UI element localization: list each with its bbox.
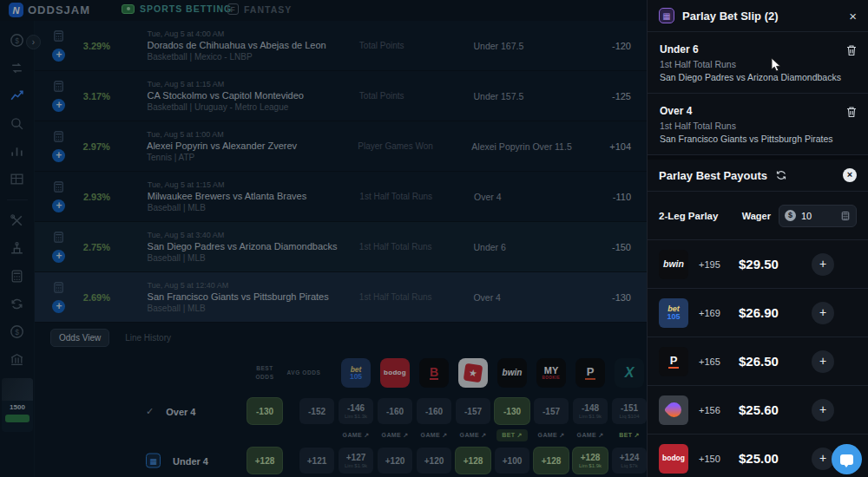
screen-grid-icon[interactable] xyxy=(10,172,24,186)
opportunity-row[interactable]: + 3.29% Tue, Aug 5 at 4:00 AM Dorados de… xyxy=(35,21,647,71)
add-to-book-button[interactable]: + xyxy=(812,253,834,276)
odds-cell-best[interactable]: +128 xyxy=(534,448,569,474)
add-bet-icon[interactable]: + xyxy=(52,300,65,313)
star-sportsbook-logo[interactable]: ★ xyxy=(458,358,488,388)
market-name: 1st Half Total Runs xyxy=(359,192,474,201)
calculator-icon[interactable] xyxy=(52,180,65,193)
calculator-icon[interactable] xyxy=(52,281,65,294)
stats-icon[interactable] xyxy=(10,144,24,159)
odds-cell[interactable]: -157 xyxy=(456,398,490,424)
event-league: Tennis | ATP xyxy=(147,153,358,162)
odds-cell[interactable]: -157 xyxy=(534,398,569,424)
bet-link[interactable]: BET xyxy=(619,432,639,439)
sidebar: $ $ 1500 xyxy=(0,21,35,477)
add-bet-icon[interactable]: + xyxy=(52,49,65,62)
comet-sportsbook-logo xyxy=(659,395,688,425)
add-to-book-button[interactable]: + xyxy=(812,302,834,324)
add-bet-icon[interactable]: + xyxy=(52,99,65,112)
payout-amount: $25.00 xyxy=(739,451,801,466)
odds-search-icon[interactable] xyxy=(10,116,24,131)
odds-cell[interactable]: -146Lim $1.3k xyxy=(339,398,373,424)
game-link[interactable]: GAME xyxy=(460,432,487,439)
event-matchup: CA Stockolmo vs Capitol Montevideo xyxy=(148,90,359,101)
chat-button[interactable] xyxy=(832,444,862,474)
positive-ev-icon[interactable] xyxy=(10,88,24,103)
odds-cell[interactable]: +100 xyxy=(495,448,529,474)
wager-input-box[interactable]: $ xyxy=(779,205,857,227)
collapse-payouts-icon[interactable]: × xyxy=(843,168,857,182)
bodog-logo[interactable]: bodog xyxy=(380,358,410,388)
odds-cell[interactable]: +120 xyxy=(417,448,451,474)
bank-icon[interactable] xyxy=(10,352,24,367)
odds-cell-best[interactable]: +128 xyxy=(247,448,282,474)
odds-cell[interactable]: -148Lim $1.9k xyxy=(573,398,608,424)
add-to-book-button[interactable]: + xyxy=(812,399,834,421)
pinnacle-logo[interactable]: P xyxy=(575,358,605,388)
odds-cell-best[interactable]: +128Lim $1.9k xyxy=(573,448,608,474)
podium-icon[interactable] xyxy=(10,241,24,256)
game-link[interactable]: GAME xyxy=(421,432,448,439)
promo-card[interactable]: 1500 xyxy=(2,378,33,432)
calculator-icon[interactable] xyxy=(52,130,65,143)
opportunity-row[interactable]: + 2.97% Tue, Aug 5 at 1:00 AM Alexei Pop… xyxy=(35,121,647,172)
odds-cell[interactable]: -160 xyxy=(417,398,451,424)
opportunity-row-selected[interactable]: + 2.75% Tue, Aug 5 at 3:40 AM San Diego … xyxy=(35,222,647,272)
market-name: 1st Half Total Runs xyxy=(359,242,474,252)
odds-cell-best[interactable]: -130 xyxy=(247,398,282,424)
add-bet-icon[interactable]: + xyxy=(52,250,65,263)
odds-cell[interactable]: -151Liq $104 xyxy=(612,398,647,424)
calculator-icon[interactable] xyxy=(10,269,24,284)
calculator-icon[interactable] xyxy=(52,29,65,42)
game-link[interactable]: GAME xyxy=(382,432,409,439)
add-bet-icon[interactable]: + xyxy=(52,149,65,162)
odds-cell-avg[interactable]: +121 xyxy=(299,448,334,474)
game-link[interactable]: GAME xyxy=(538,432,565,439)
tab-fantasy-label: FANTASY xyxy=(244,4,292,15)
opportunity-row[interactable]: + 3.17% Tue, Aug 5 at 1:15 AM CA Stockol… xyxy=(35,71,647,121)
refresh-icon[interactable] xyxy=(775,169,787,181)
tab-odds-view[interactable]: Odds View xyxy=(50,329,109,347)
odds-cell-best[interactable]: +128 xyxy=(456,448,490,474)
odds-cell[interactable]: +124Liq $7k xyxy=(612,448,647,474)
oddsjam-logo-text: ODDSJAM xyxy=(28,3,90,16)
add-bet-icon[interactable]: + xyxy=(52,199,65,212)
tab-sports-betting[interactable]: SPORTS BETTING xyxy=(122,3,232,14)
opportunity-row-selected[interactable]: + 2.69% Tue, Aug 5 at 12:40 AM San Franc… xyxy=(35,272,647,323)
odds-cell[interactable]: +120 xyxy=(378,448,412,474)
odds-row-label: Over 4 xyxy=(166,406,195,416)
tab-fantasy[interactable]: F FANTASY xyxy=(227,3,292,15)
mybookie-logo[interactable]: MYBOOKIE xyxy=(536,358,566,388)
sidebar-expand-button[interactable]: › xyxy=(26,35,41,49)
sidebar-divider xyxy=(7,199,28,200)
opportunity-row[interactable]: + 2.93% Tue, Aug 5 at 1:15 AM Milwaukee … xyxy=(35,172,647,222)
odds-cell-best[interactable]: -130 xyxy=(495,398,529,424)
exchange-icon[interactable] xyxy=(10,297,24,311)
game-link[interactable]: GAME xyxy=(343,432,370,439)
odds-cell[interactable]: -160 xyxy=(378,398,412,424)
trash-icon[interactable] xyxy=(845,44,858,56)
wager-input[interactable] xyxy=(801,211,835,221)
calculator-icon[interactable] xyxy=(52,80,65,93)
calculator-icon[interactable] xyxy=(52,231,65,244)
odds-cell[interactable]: +127Lim $1.9k xyxy=(339,448,373,474)
tools-icon[interactable] xyxy=(10,213,24,228)
bet-link[interactable]: BET xyxy=(496,429,527,441)
calculator-icon[interactable] xyxy=(840,211,851,221)
oddsjam-logo[interactable]: N ODDSJAM xyxy=(9,3,90,17)
bwin-logo[interactable]: bwin xyxy=(497,358,527,388)
bet105-logo[interactable]: bet105 xyxy=(341,358,371,388)
close-icon[interactable]: × xyxy=(849,9,857,23)
odds-cell-avg[interactable]: -152 xyxy=(299,398,334,424)
add-to-book-button[interactable]: + xyxy=(812,350,834,373)
game-link[interactable]: GAME xyxy=(577,432,604,439)
in-betslip-icon[interactable]: ▦ xyxy=(146,454,161,468)
trash-icon[interactable] xyxy=(845,106,858,118)
tab-line-history[interactable]: Line History xyxy=(116,329,180,347)
ev-percent: 2.75% xyxy=(83,242,148,252)
promo-claim-button[interactable] xyxy=(5,415,30,422)
betonline-logo[interactable]: B xyxy=(419,358,449,388)
xbet-logo[interactable]: X xyxy=(615,358,644,388)
money-circle-icon[interactable]: $ xyxy=(10,33,24,48)
coin-icon[interactable]: $ xyxy=(10,324,24,339)
arbitrage-icon[interactable] xyxy=(10,61,24,75)
